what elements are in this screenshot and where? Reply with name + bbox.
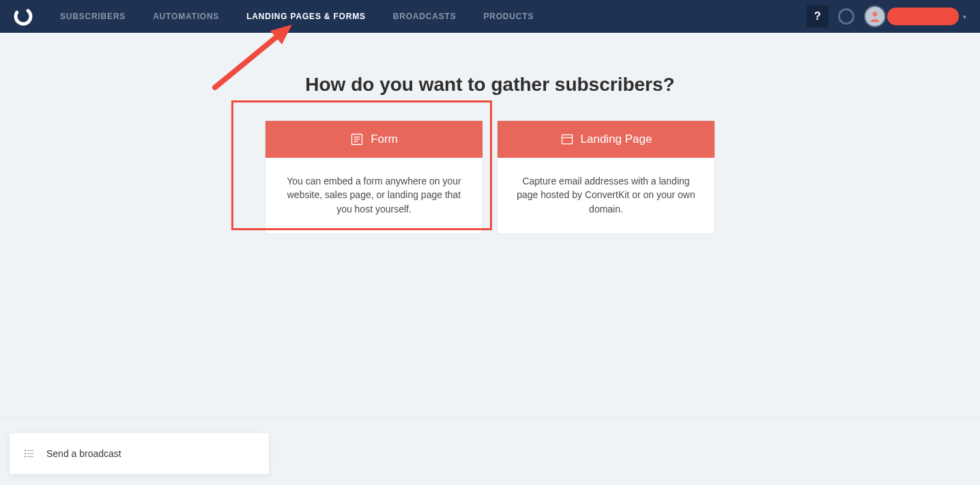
- form-card-title: Form: [371, 133, 398, 146]
- landing-page-card[interactable]: Landing Page Capture email addresses wit…: [497, 120, 715, 234]
- account-name-redacted: [887, 8, 959, 25]
- main-content: How do you want to gather subscribers? F…: [0, 33, 980, 234]
- nav-automations[interactable]: AUTOMATIONS: [153, 12, 219, 21]
- landing-page-card-description: Capture email addresses with a landing p…: [498, 158, 715, 234]
- svg-point-10: [25, 450, 26, 452]
- help-button[interactable]: ?: [807, 5, 828, 27]
- account-menu[interactable]: ▾: [864, 5, 966, 27]
- landing-page-card-title: Landing Page: [581, 133, 652, 146]
- footer-divider: [0, 417, 980, 417]
- nav-products[interactable]: PRODUCTS: [483, 12, 534, 21]
- logo[interactable]: [14, 7, 33, 26]
- svg-rect-6: [562, 135, 572, 143]
- send-broadcast-label: Send a broadcast: [46, 448, 121, 459]
- form-icon: [350, 133, 364, 146]
- chevron-down-icon: ▾: [963, 13, 966, 20]
- page-heading: How do you want to gather subscribers?: [0, 74, 980, 96]
- send-broadcast-card[interactable]: Send a broadcast: [10, 433, 269, 474]
- nav-links: SUBSCRIBERS AUTOMATIONS LANDING PAGES & …: [60, 12, 534, 21]
- form-card-description: You can embed a form anywhere on your we…: [265, 158, 482, 234]
- option-cards: Form You can embed a form anywhere on yo…: [0, 120, 980, 234]
- svg-point-0: [14, 7, 33, 26]
- status-circle-icon[interactable]: [838, 8, 854, 25]
- browser-icon: [560, 133, 574, 146]
- svg-point-1: [873, 12, 878, 16]
- landing-page-card-header: Landing Page: [498, 121, 715, 158]
- nav-right: ? ▾: [807, 5, 966, 27]
- top-navbar: SUBSCRIBERS AUTOMATIONS LANDING PAGES & …: [0, 0, 980, 33]
- form-card-header: Form: [265, 121, 482, 158]
- avatar: [864, 5, 886, 27]
- svg-point-14: [25, 456, 26, 458]
- nav-landing-pages-forms[interactable]: LANDING PAGES & FORMS: [246, 12, 366, 21]
- svg-point-12: [25, 453, 26, 454]
- form-card[interactable]: Form You can embed a form anywhere on yo…: [265, 120, 483, 234]
- list-icon: [23, 447, 35, 460]
- nav-broadcasts[interactable]: BROADCASTS: [393, 12, 457, 21]
- nav-subscribers[interactable]: SUBSCRIBERS: [60, 12, 126, 21]
